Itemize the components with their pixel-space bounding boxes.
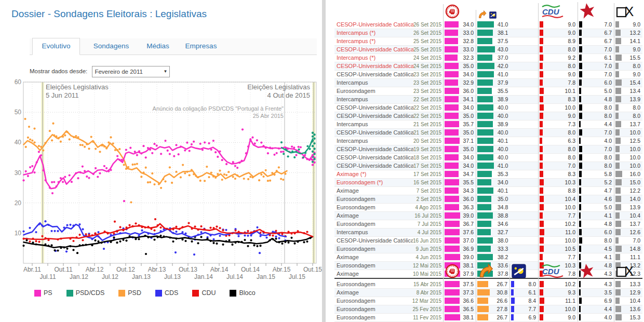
pollster-link[interactable]: Aximage [337, 212, 359, 220]
period-select[interactable]: Fevereiro de 2011 ▼ [92, 66, 170, 77]
ps-bar [445, 104, 459, 111]
blank-bar [615, 187, 621, 194]
pollster-link[interactable]: Intercampus [337, 120, 368, 128]
chart-legend: PS PSD/CDS PSD CDS CDU Bloco [34, 289, 256, 297]
pollster-link[interactable]: Eurosondagem [337, 87, 375, 95]
tab-medias[interactable]: Médias [140, 38, 176, 54]
poll-date: 25 Set 2015 [413, 46, 441, 53]
pollster-link[interactable]: Eurosondagem [337, 245, 375, 253]
pollster-link[interactable]: CESOP-Universidade Católica [337, 162, 413, 170]
poll-value: 36.7 [463, 220, 474, 228]
poll-row: Aximage (*) 17 Set 2015 34.7 35.3 8.3 5.… [334, 170, 642, 179]
pollster-link[interactable]: Intercampus (*) [337, 54, 375, 62]
poll-value: 34.8 [498, 204, 508, 211]
poll-value: 7.7 [568, 212, 575, 220]
poll-value: 8.0 [633, 62, 640, 70]
poll-value: 13.9 [630, 204, 640, 211]
poll-value: 35.5 [498, 87, 508, 95]
tab-evolutivo[interactable]: Evolutivo [32, 38, 80, 55]
svg-text:CDU: CDU [542, 7, 560, 16]
blank-bar [615, 121, 621, 127]
poll-value: 11.1 [565, 297, 575, 305]
poll-value: 13.2 [630, 29, 640, 37]
pollster-link[interactable]: Eurosondagem [337, 280, 375, 288]
psd-cds-bar [477, 30, 493, 36]
poll-value: 37.3 [463, 289, 474, 297]
legend-swatch [118, 290, 125, 297]
blank-bar [615, 212, 620, 219]
pollster-link[interactable]: Intercampus [337, 137, 368, 145]
pollster-link[interactable]: Intercampus (*) [337, 37, 375, 45]
poll-value: 40.0 [498, 129, 508, 137]
be-bar [579, 281, 581, 287]
pollster-link[interactable]: Aximage (*) [337, 170, 366, 178]
poll-value: 6.3 [568, 137, 575, 145]
poll-value: 14.0 [630, 195, 640, 203]
cdu-bar [540, 196, 544, 202]
be-bar [579, 179, 581, 185]
pollster-link[interactable]: Eurosondagem [337, 314, 375, 321]
poll-value: 13.4 [630, 87, 640, 95]
poll-value: 40.1 [498, 187, 508, 195]
panel-scrollbar-thumb[interactable] [322, 0, 326, 322]
pollster-link[interactable]: CESOP-Universidade Católica (*) [337, 62, 413, 70]
pollster-link[interactable]: CESOP-Universidade Católica [337, 145, 413, 153]
blank-bar [615, 196, 621, 202]
poll-value: 9.3 [568, 289, 575, 297]
pollster-link[interactable]: CESOP-Universidade Católica [337, 237, 413, 245]
poll-value: 12.5 [630, 137, 640, 145]
cdu-bar [540, 204, 544, 210]
pollster-link[interactable]: Intercampus [337, 96, 368, 103]
pollster-link[interactable]: Aximage [337, 187, 359, 195]
pollster-link[interactable]: CESOP-Universidade Católica [337, 112, 413, 120]
poll-date: 18 Set 2015 [413, 154, 441, 162]
poll-value: 7.0 [604, 145, 612, 153]
poll-date: 16 Set 2015 [413, 179, 441, 186]
poll-date: 20 Set 2015 [413, 137, 441, 145]
pollster-link[interactable]: Aximage [337, 253, 359, 261]
poll-value: 34.0 [498, 179, 508, 186]
pollster-link[interactable]: Eurosondagem [337, 305, 375, 313]
pollster-link[interactable]: CESOP-Universidade Católica (*) [337, 46, 413, 53]
pollster-link[interactable]: CESOP-Universidade Católica [337, 104, 413, 112]
pollster-link[interactable]: Intercampus [337, 79, 368, 87]
poll-value: 33.3 [498, 245, 508, 253]
pollster-link[interactable]: Eurosondagem [337, 220, 375, 228]
ps-bar [445, 55, 458, 61]
poll-value: 40.0 [498, 112, 508, 120]
pollster-link[interactable]: CESOP-Universidade Católica (*) [337, 21, 413, 29]
panel-scrollbar[interactable] [322, 0, 326, 322]
pollster-link[interactable]: CESOP-Universidade Católica [337, 129, 413, 137]
tab-sondagens[interactable]: Sondagens [88, 38, 135, 54]
cdu-bar [540, 314, 543, 320]
pollster-link[interactable]: Eurosondagem [337, 297, 375, 305]
legend-label: PSD [128, 289, 141, 297]
pollster-link[interactable]: Eurosondagem [337, 204, 375, 211]
poll-value: 26.7 [497, 314, 507, 321]
pollster-link[interactable]: Intercampus [337, 229, 368, 236]
legend-item-bloco: Bloco [230, 289, 255, 297]
poll-row: Intercampus 20 Set 2015 37.1 40.1 6.3 4.… [334, 137, 642, 145]
pollster-link[interactable]: Eurosondagem [337, 195, 375, 203]
pollster-link[interactable]: CESOP-Universidade Católica [337, 154, 413, 162]
ps-bar [445, 38, 458, 44]
poll-date: 23 Set 2015 [413, 79, 441, 87]
poll-value: 9.0 [633, 21, 640, 29]
poll-value: 37.1 [463, 137, 474, 145]
poll-value: 8.0 [528, 280, 536, 288]
poll-value: 35.0 [463, 62, 474, 70]
cds-bar [511, 306, 514, 312]
ps-bar [445, 171, 459, 177]
ps-bar [445, 154, 459, 160]
tab-empresas[interactable]: Empresas [180, 38, 222, 54]
pollster-link[interactable]: Intercampus (*) [337, 29, 375, 37]
poll-row: Aximage 7 Set 2015 34.3 40.1 8.8 4.7 12.… [334, 187, 642, 195]
poll-value: 7.8 [568, 79, 575, 87]
poll-date: 23 Set 2015 [413, 71, 441, 78]
chevron-down-icon: ▼ [164, 66, 168, 77]
poll-row: CESOP-Universidade Católica 16 Jun 2015 … [334, 237, 642, 245]
pollster-link[interactable]: CESOP-Universidade Católica [337, 71, 413, 78]
pollster-link[interactable]: Aximage [337, 289, 359, 297]
pollster-link[interactable]: Eurosondagem (*) [337, 179, 383, 186]
poll-date: 4 Ago 2015 [415, 204, 441, 211]
